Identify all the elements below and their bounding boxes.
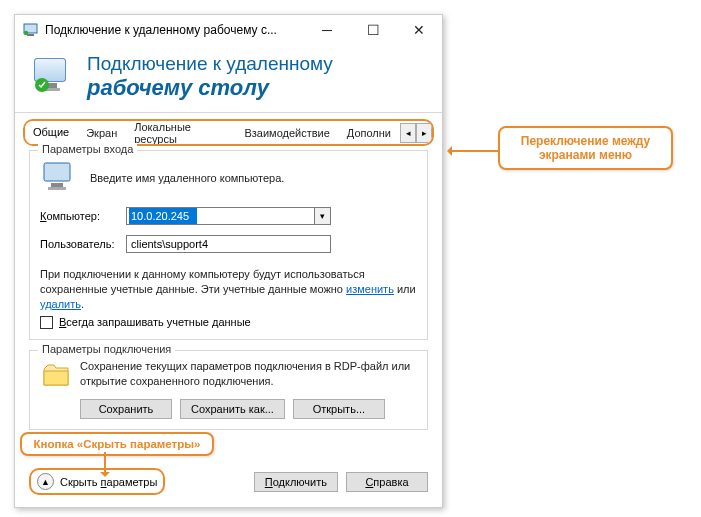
open-button[interactable]: Открыть... xyxy=(293,399,385,419)
user-label: Пользователь: xyxy=(40,238,126,250)
dialog-header: Подключение к удаленному рабочему столу xyxy=(15,45,442,113)
minimize-button[interactable]: ─ xyxy=(304,15,350,45)
titlebar: Подключение к удаленному рабочему с... ─… xyxy=(15,15,442,45)
connection-settings-group: Параметры подключения Сохранение текущих… xyxy=(29,350,428,430)
svg-rect-8 xyxy=(44,163,70,181)
connection-legend: Параметры подключения xyxy=(38,343,175,355)
tab-scroll-right[interactable]: ▸ xyxy=(416,123,432,143)
callout-hide-params: Кнопка «Скрыть параметры» xyxy=(20,432,214,456)
always-ask-label: Всегда запрашивать учетные данные xyxy=(59,316,251,328)
tab-experience[interactable]: Взаимодействие xyxy=(236,123,338,143)
tab-advanced[interactable]: Дополни xyxy=(339,123,400,143)
folder-icon xyxy=(40,359,72,391)
dialog-footer: ▲ Скрыть параметры Подключить Справка xyxy=(15,460,442,507)
connection-text: Сохранение текущих параметров подключени… xyxy=(80,359,417,389)
arrow-right-icon xyxy=(450,150,500,152)
tab-scroll: ◂ ▸ xyxy=(400,123,432,143)
login-hint: Введите имя удаленного компьютера. xyxy=(90,172,284,184)
tab-scroll-left[interactable]: ◂ xyxy=(400,123,416,143)
tab-general[interactable]: Общие xyxy=(25,122,78,144)
rdp-header-icon xyxy=(31,55,75,99)
hide-params-highlight: ▲ Скрыть параметры xyxy=(29,468,165,495)
header-line1: Подключение к удаленному xyxy=(87,53,333,75)
callout-tab-switch: Переключение между экранами меню xyxy=(498,126,673,170)
always-ask-row[interactable]: Всегда запрашивать учетные данные xyxy=(40,316,417,329)
tab-bar: Общие Экран Локальные ресурсы Взаимодейс… xyxy=(23,119,434,146)
svg-rect-10 xyxy=(48,187,66,190)
credentials-note: При подключении к данному компьютеру буд… xyxy=(40,267,417,312)
hide-params-toggle[interactable]: ▲ Скрыть параметры xyxy=(37,473,157,490)
maximize-button[interactable]: ☐ xyxy=(350,15,396,45)
login-group: Параметры входа Введите имя удаленного к… xyxy=(29,150,428,340)
window-title: Подключение к удаленному рабочему с... xyxy=(45,23,304,37)
svg-rect-1 xyxy=(27,34,34,36)
help-button[interactable]: Справка xyxy=(346,472,428,492)
computer-label: Компьютер: xyxy=(40,210,126,222)
tab-local-resources[interactable]: Локальные ресурсы xyxy=(126,119,236,146)
window-controls: ─ ☐ ✕ xyxy=(304,15,442,45)
header-text: Подключение к удаленному рабочему столу xyxy=(87,53,333,100)
save-button[interactable]: Сохранить xyxy=(80,399,172,419)
svg-rect-4 xyxy=(35,59,65,81)
computer-input[interactable] xyxy=(126,207,314,225)
username-input[interactable] xyxy=(126,235,331,253)
login-legend: Параметры входа xyxy=(38,143,137,155)
svg-rect-9 xyxy=(51,183,63,187)
computer-combo[interactable]: ▾ xyxy=(126,207,331,225)
always-ask-checkbox[interactable] xyxy=(40,316,53,329)
chevron-down-icon[interactable]: ▾ xyxy=(314,207,331,225)
header-line2: рабочему столу xyxy=(87,75,333,100)
arrow-down-icon xyxy=(104,452,106,474)
collapse-icon: ▲ xyxy=(37,473,54,490)
rdp-app-icon xyxy=(23,22,39,38)
delete-credentials-link[interactable]: удалить xyxy=(40,298,81,310)
connect-button[interactable]: Подключить xyxy=(254,472,338,492)
tab-display[interactable]: Экран xyxy=(78,123,126,143)
computer-icon xyxy=(40,159,78,197)
change-credentials-link[interactable]: изменить xyxy=(346,283,394,295)
close-button[interactable]: ✕ xyxy=(396,15,442,45)
save-as-button[interactable]: Сохранить как... xyxy=(180,399,285,419)
svg-point-2 xyxy=(24,31,29,36)
